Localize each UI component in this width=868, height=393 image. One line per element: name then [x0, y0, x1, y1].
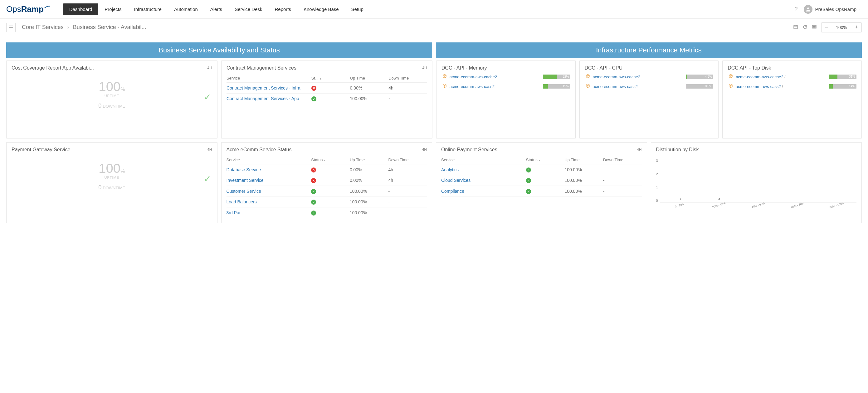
- table-row: Analytics✓100.00%-: [441, 164, 642, 175]
- zoom-out-button[interactable]: −: [822, 23, 832, 32]
- service-link[interactable]: Contract Management Services - Infra: [226, 86, 311, 91]
- col-downtime[interactable]: Down Time: [603, 158, 642, 162]
- aws-cube-icon: [441, 84, 447, 89]
- nav-infrastructure[interactable]: Infrastructure: [128, 3, 168, 15]
- y-tick: 2: [656, 172, 658, 176]
- status-ok-icon: ✓: [526, 167, 531, 172]
- col-downtime[interactable]: Down Time: [388, 158, 427, 162]
- bar-value-label: 3: [713, 197, 725, 201]
- widget-title: Online Payment Services: [441, 147, 497, 153]
- bar-chart: 3210 33 0 - 20%20% - 40%40% - 60%60% - 8…: [656, 156, 857, 212]
- col-uptime[interactable]: Up Time: [564, 158, 603, 162]
- fullscreen-icon[interactable]: [812, 24, 817, 31]
- widget-cost-coverage: Cost Coverage Report App Availabi... 4H …: [6, 61, 217, 138]
- resource-link[interactable]: acme-ecomm-aws-cass2: [736, 84, 781, 89]
- refresh-icon[interactable]: [803, 24, 807, 31]
- service-link[interactable]: Investment Service: [226, 178, 311, 183]
- uptime-unit: %: [120, 87, 125, 92]
- resource-link[interactable]: acme-ecomm-aws-cache2: [593, 74, 640, 79]
- widget-title: DCC - API - Memory: [441, 65, 487, 71]
- nav-dashboard[interactable]: Dashboard: [63, 3, 98, 15]
- table-row: Investment Service✕0.00%4h: [226, 175, 427, 186]
- status-ok-icon: ✓: [311, 189, 316, 194]
- zoom-control: − 100% +: [821, 23, 862, 32]
- downtime-label: DOWNTIME: [103, 186, 125, 190]
- resource-link[interactable]: acme-ecomm-aws-cache2: [736, 74, 783, 79]
- col-status[interactable]: Status▲: [311, 158, 350, 162]
- service-link[interactable]: Analytics: [441, 167, 526, 172]
- col-uptime[interactable]: Up Time: [350, 158, 389, 162]
- service-link[interactable]: Database Service: [226, 167, 311, 172]
- service-link[interactable]: Customer Service: [226, 189, 311, 194]
- aws-cube-icon: [441, 74, 447, 79]
- breadcrumb-root[interactable]: Core IT Services: [22, 24, 64, 31]
- uptime-cell: 100.00%: [350, 96, 389, 101]
- status-ok-icon: ✓: [526, 178, 531, 183]
- chevron-down-icon: ⌄: [859, 7, 862, 11]
- widget-distribution-disk: Distribution by Disk 3210 33 0 - 20%20% …: [651, 142, 862, 223]
- table-row: Customer Service✓100.00%-: [226, 186, 427, 197]
- resource-link[interactable]: acme-ecomm-aws-cass2: [450, 84, 495, 89]
- widget-dcc-memory: DCC - API - Memory acme-ecomm-aws-cache2…: [436, 61, 576, 138]
- aws-cube-icon: [727, 74, 733, 79]
- nav-alerts[interactable]: Alerts: [204, 3, 228, 15]
- nav-service-desk[interactable]: Service Desk: [228, 3, 268, 15]
- widget-online-payment: Online Payment Services 4H Service Statu…: [436, 142, 647, 223]
- user-name: PreSales OpsRamp: [815, 6, 857, 12]
- nav-knowledge-base[interactable]: Knowledge Base: [297, 3, 345, 15]
- service-link[interactable]: Load Balancers: [226, 199, 311, 204]
- nav-setup[interactable]: Setup: [345, 3, 370, 15]
- metric-bar: 52%: [543, 74, 570, 79]
- calendar-icon[interactable]: [793, 24, 798, 31]
- metric-value: 31%: [849, 74, 855, 79]
- widget-title: Cost Coverage Report App Availabi...: [11, 65, 94, 71]
- uptime-cell: 100.00%: [564, 189, 603, 194]
- menu-toggle-button[interactable]: [6, 23, 16, 32]
- aws-cube-icon: [585, 74, 590, 79]
- y-tick: 1: [656, 185, 658, 189]
- col-service[interactable]: Service: [226, 158, 311, 162]
- sort-asc-icon: ▲: [538, 159, 541, 162]
- metric-suffix: /: [783, 75, 786, 79]
- widget-title: DCC API - Top Disk: [727, 65, 771, 71]
- col-service[interactable]: Service: [226, 76, 311, 80]
- breadcrumb-bar: Core IT Services › Business Service - Av…: [0, 19, 868, 36]
- top-navigation: OpsRamp DashboardProjectsInfrastructureA…: [0, 0, 868, 19]
- service-link[interactable]: Compliance: [441, 189, 526, 194]
- breadcrumb-current[interactable]: Business Service - Availabil...: [73, 24, 146, 31]
- table-row: Cloud Services✓100.00%-: [441, 175, 642, 186]
- service-link[interactable]: Contract Management Services - App: [226, 96, 311, 101]
- col-downtime[interactable]: Down Time: [389, 76, 427, 80]
- col-status[interactable]: Status▲: [526, 158, 565, 162]
- sort-asc-icon: ▲: [319, 77, 322, 80]
- svg-point-0: [807, 7, 809, 9]
- table-row: Contract Management Services - App✓100.0…: [226, 94, 427, 104]
- nav-automation[interactable]: Automation: [168, 3, 204, 15]
- logo[interactable]: OpsRamp: [6, 4, 51, 14]
- section-header-right: Infrastructure Performance Metrics: [436, 42, 862, 58]
- help-icon[interactable]: ?: [794, 6, 798, 12]
- col-status[interactable]: St...▲: [311, 76, 350, 80]
- nav-projects[interactable]: Projects: [98, 3, 128, 15]
- breadcrumb: Core IT Services › Business Service - Av…: [22, 24, 146, 31]
- service-link[interactable]: Cloud Services: [441, 178, 526, 183]
- service-link[interactable]: 3rd Par: [226, 210, 311, 215]
- user-menu[interactable]: PreSales OpsRamp ⌄: [804, 5, 862, 14]
- downtime-cell: -: [603, 167, 642, 172]
- uptime-value: 100: [99, 161, 120, 175]
- avatar-icon: [804, 5, 812, 14]
- widget-acme-ecomm: Acme eComm Service Status 4H Service Sta…: [221, 142, 432, 223]
- col-service[interactable]: Service: [441, 158, 526, 162]
- uptime-cell: 0.00%: [350, 178, 389, 183]
- downtime-value: 0: [98, 184, 101, 191]
- resource-link[interactable]: acme-ecomm-aws-cass2: [593, 84, 638, 89]
- col-uptime[interactable]: Up Time: [350, 76, 389, 80]
- nav-reports[interactable]: Reports: [268, 3, 297, 15]
- uptime-value: 100: [99, 79, 120, 94]
- resource-link[interactable]: acme-ecomm-aws-cache2: [450, 74, 497, 79]
- metric-bar: 0.5%: [686, 84, 713, 89]
- uptime-label: UPTIME: [11, 94, 212, 98]
- zoom-in-button[interactable]: +: [851, 23, 862, 32]
- widget-title: Distribution by Disk: [656, 147, 699, 153]
- uptime-cell: 100.00%: [350, 199, 389, 204]
